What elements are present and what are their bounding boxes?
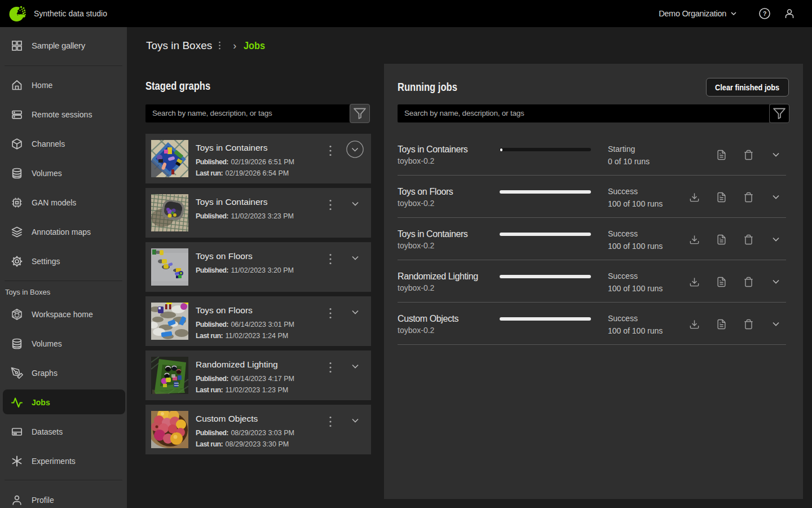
svg-text:?: ? [763, 10, 767, 17]
